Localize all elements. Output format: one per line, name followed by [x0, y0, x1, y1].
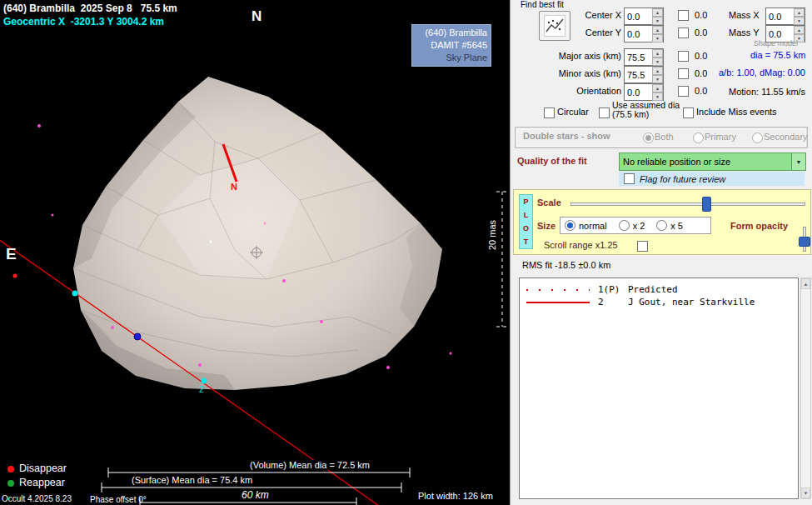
double-stars-secondary-radio[interactable]	[752, 132, 763, 143]
minor-axis-fit-checkbox[interactable]	[678, 68, 689, 79]
object-info-box: (640) Brambilla DAMIT #5645 Sky Plane	[411, 24, 491, 67]
center-y-input[interactable]	[625, 27, 653, 42]
chord-list[interactable]: 1(P) Predicted 2 J Gout, near Starkville	[519, 278, 799, 499]
quality-combobox[interactable]: No reliable position or size ▼	[619, 152, 806, 171]
size-x2-radio[interactable]	[619, 220, 630, 231]
major-axis-fit-checkbox[interactable]	[678, 51, 689, 62]
center-x-fit-checkbox[interactable]	[678, 10, 689, 21]
up-arrow-icon[interactable]: ▲	[652, 26, 663, 34]
pole-axis-label: N	[231, 182, 237, 192]
down-arrow-icon[interactable]: ▼	[652, 34, 663, 42]
center-x-updown[interactable]: ▲▼	[652, 8, 663, 24]
opacity-slider-thumb[interactable]	[799, 237, 810, 247]
down-arrow-icon[interactable]: ▼	[652, 75, 663, 83]
major-axis-spinner[interactable]: ▲▼	[624, 48, 664, 66]
center-y-error: 0.0	[695, 28, 707, 38]
chord-name: Predicted	[628, 284, 678, 295]
size-normal-label: normal	[579, 221, 607, 231]
form-opacity-label: Form opacity	[730, 221, 788, 231]
geocentric-coords: Geocentric X -3201.3 Y 3004.2 km	[3, 16, 164, 28]
up-arrow-icon[interactable]: ▲	[652, 49, 663, 58]
disappear-legend-icon	[7, 466, 14, 472]
center-x-label: Center X	[536, 10, 621, 20]
up-arrow-icon[interactable]: ▲	[794, 26, 805, 34]
major-axis-input[interactable]	[625, 50, 653, 66]
double-stars-primary-radio[interactable]	[693, 132, 704, 143]
center-y-updown[interactable]: ▲▼	[652, 26, 663, 42]
blue-event-point	[134, 333, 141, 340]
list-item[interactable]: 2 J Gout, near Starkville	[520, 296, 798, 308]
mass-x-input[interactable]	[766, 9, 795, 25]
scroll-up-icon[interactable]: ▲	[801, 278, 810, 289]
scale-slider-thumb[interactable]	[702, 197, 711, 212]
size-normal-radio[interactable]	[565, 220, 575, 231]
minor-axis-input[interactable]	[625, 68, 653, 83]
minor-axis-spinner[interactable]: ▲▼	[624, 66, 664, 83]
chord-id: 1(P)	[598, 284, 628, 295]
up-arrow-icon[interactable]: ▲	[794, 8, 805, 17]
chord-endpoint-1	[72, 291, 78, 297]
include-miss-label: Include Miss events	[696, 107, 777, 117]
down-arrow-icon[interactable]: ▼	[794, 17, 805, 25]
down-arrow-icon[interactable]: ▼	[652, 58, 663, 66]
orientation-spinner[interactable]: ▲▼	[624, 83, 664, 101]
size-x5-radio[interactable]	[656, 220, 667, 231]
center-x-input[interactable]	[625, 9, 653, 25]
mass-x-updown[interactable]: ▲▼	[794, 8, 805, 24]
scale-slider-track[interactable]	[570, 202, 805, 206]
orientation-fit-checkbox[interactable]	[678, 86, 689, 97]
scroll-range-label: Scroll range x1.25	[544, 240, 618, 250]
center-y-spinner[interactable]: ▲▼	[624, 25, 664, 42]
east-compass-label: E	[6, 245, 17, 263]
orientation-updown[interactable]: ▲▼	[652, 84, 663, 100]
down-arrow-icon[interactable]: ▼	[652, 17, 663, 25]
plot-letter: L	[524, 211, 529, 219]
flag-review-checkbox[interactable]	[624, 173, 635, 184]
disappear-point	[13, 274, 17, 278]
scale-slider[interactable]	[570, 197, 805, 210]
size-radio-group: normal x 2 x 5	[560, 217, 711, 234]
center-x-spinner[interactable]: ▲▼	[624, 8, 664, 25]
double-stars-group: Double stars - show Both Primary Seconda…	[516, 128, 807, 148]
plot-letter: T	[524, 238, 529, 246]
scroll-range-checkbox[interactable]	[637, 241, 648, 252]
double-stars-primary-label: Primary	[705, 132, 736, 142]
minor-axis-updown[interactable]: ▲▼	[652, 67, 663, 82]
scroll-down-icon[interactable]: ▼	[801, 488, 810, 498]
fit-control-panel: Find best fit Center X ▲▼ 0.0 Mass X ▲▼ …	[510, 0, 812, 505]
include-miss-checkbox[interactable]	[683, 108, 694, 118]
info-object-name: (640) Brambilla	[416, 27, 487, 39]
disappear-legend-label: Disappear	[19, 462, 67, 474]
km-scale-label: 60 km	[242, 489, 269, 501]
axis-ratio-readout: a/b: 1.00, dMag: 0.00	[719, 68, 805, 78]
list-item[interactable]: 1(P) Predicted	[520, 283, 798, 296]
major-axis-error: 0.0	[695, 51, 707, 61]
up-arrow-icon[interactable]: ▲	[652, 84, 663, 92]
diameter-readout: dia = 75.5 km	[750, 50, 805, 60]
asteroid-shape-model	[73, 77, 442, 390]
north-compass-label: N	[252, 8, 262, 25]
double-stars-both-radio[interactable]	[643, 132, 654, 143]
chord-endpoint-2	[202, 378, 207, 384]
quality-label: Quality of the fit	[517, 156, 587, 166]
mas-scale-bracket	[496, 192, 508, 327]
chevron-down-icon[interactable]: ▼	[791, 153, 805, 170]
sky-plot-graphics	[0, 0, 510, 505]
center-y-fit-checkbox[interactable]	[678, 28, 689, 38]
phase-offset-label: Phase offset 0°	[90, 495, 147, 504]
reappear-legend-label: Reappear	[19, 477, 65, 488]
minor-axis-label: Minor axis (km)	[536, 68, 621, 78]
up-arrow-icon[interactable]: ▲	[652, 8, 663, 17]
size-x2-label: x 2	[633, 221, 645, 231]
plot-strip-label: P L O T	[519, 194, 533, 249]
orientation-input[interactable]	[625, 85, 653, 101]
up-arrow-icon[interactable]: ▲	[652, 67, 663, 75]
circular-checkbox[interactable]	[544, 108, 555, 118]
list-scrollbar[interactable]: ▲ ▼	[800, 278, 811, 499]
occult-shape-fit-window: (640) Brambilla 2025 Sep 8 75.5 km Geoce…	[0, 0, 812, 505]
use-assumed-dia-checkbox[interactable]	[599, 108, 610, 118]
major-axis-updown[interactable]: ▲▼	[652, 49, 663, 65]
opacity-slider[interactable]	[799, 227, 809, 252]
mass-x-spinner[interactable]: ▲▼	[765, 8, 805, 25]
double-stars-secondary-label: Secondary	[764, 132, 808, 142]
